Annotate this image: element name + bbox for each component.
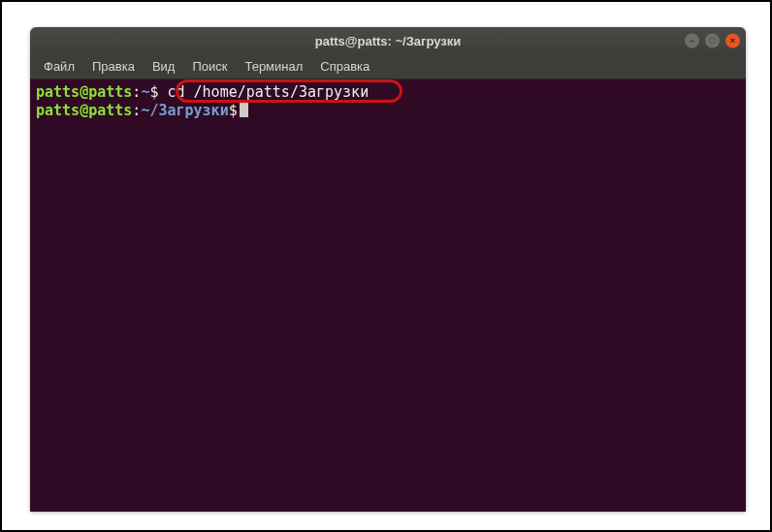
screenshot-outer-frame: patts@patts: ~/Загрузки – □ × Файл Правк… (0, 0, 772, 532)
prompt-path: ~/Загрузки (141, 102, 228, 119)
window-title: patts@patts: ~/Загрузки (315, 34, 462, 48)
terminal-line-2: patts@patts:~/Загрузки$ (36, 102, 740, 120)
close-button[interactable]: × (725, 34, 740, 48)
terminal-viewport[interactable]: patts@patts:~$ cd /home/patts/Загрузки p… (30, 79, 746, 512)
command-text: cd /home/patts/Загрузки (167, 83, 369, 101)
menu-file[interactable]: Файл (36, 57, 82, 76)
prompt-user-host: patts@patts (36, 102, 132, 119)
menu-edit-label: Правка (92, 59, 135, 74)
menu-terminal[interactable]: Терминал (237, 57, 310, 76)
prompt-dollar: $ (149, 83, 167, 101)
prompt-dollar: $ (229, 102, 238, 119)
terminal-window: patts@patts: ~/Загрузки – □ × Файл Правк… (30, 27, 746, 512)
titlebar: patts@patts: ~/Загрузки – □ × (30, 27, 746, 54)
menu-terminal-label: Терминал (244, 59, 303, 74)
menu-view[interactable]: Вид (145, 57, 183, 76)
minimize-button[interactable]: – (685, 34, 699, 48)
menu-search[interactable]: Поиск (184, 57, 235, 76)
cursor-icon (240, 102, 248, 117)
window-controls: – □ × (685, 34, 740, 48)
minimize-icon: – (690, 37, 694, 46)
terminal-line-1: patts@patts:~$ cd /home/patts/Загрузки (36, 83, 740, 102)
menu-search-label: Поиск (192, 59, 227, 74)
menu-edit[interactable]: Правка (84, 57, 143, 76)
maximize-button[interactable]: □ (705, 34, 720, 48)
menu-view-label: Вид (152, 59, 176, 74)
menubar: Файл Правка Вид Поиск Терминал Справка (30, 54, 746, 79)
menu-help-label: Справка (320, 59, 370, 74)
prompt-user-host: patts@patts (36, 83, 132, 101)
maximize-icon: □ (710, 37, 715, 46)
menu-file-label: Файл (44, 59, 75, 74)
menu-help[interactable]: Справка (312, 57, 377, 76)
close-icon: × (730, 37, 735, 46)
